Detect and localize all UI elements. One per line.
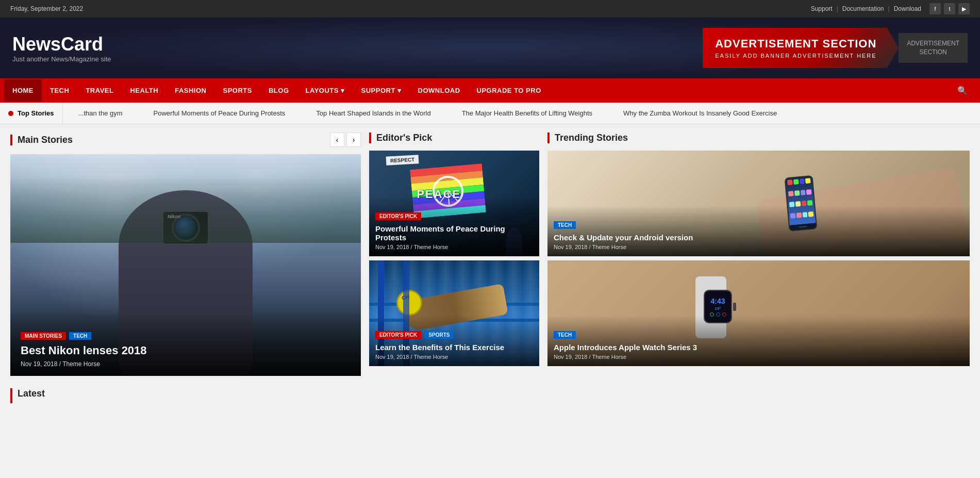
top-bar: Friday, September 2, 2022 Support | Docu…	[0, 0, 980, 18]
content-area: Main Stories ‹ › Nikon	[0, 124, 980, 384]
bottom-section-title: Latest	[10, 388, 970, 403]
editors-pick-title: Editor's Pick	[369, 133, 432, 143]
facebook-icon[interactable]: f	[929, 3, 941, 14]
pick-overlay-1: EDITOR'S PICK SPORTS Learn the Benefits …	[369, 316, 539, 366]
main-stories-section: Main Stories ‹ › Nikon	[10, 133, 361, 376]
trending-meta-0: Nov 19, 2018 / Theme Horse	[554, 244, 964, 250]
bottom-section: Latest	[0, 384, 980, 403]
trending-article-0[interactable]: TECH Check & Update your Android version…	[547, 151, 970, 256]
right-sections: Editor's Pick	[369, 133, 970, 376]
nav-tech[interactable]: TECH	[42, 79, 77, 102]
documentation-link[interactable]: Documentation	[842, 5, 884, 12]
download-link[interactable]: Download	[894, 5, 921, 12]
support-link[interactable]: Support	[811, 5, 833, 12]
ad-headline: ADVERTISEMENT SECTION	[715, 37, 878, 51]
editors-pick-article-1[interactable]: CH EDITOR'S PICK SPORTS Learn the Benefi…	[369, 260, 539, 366]
pick-tags-0: EDITOR'S PICK	[375, 212, 533, 220]
ticker-item-1: Powerful Moments of Peace During Protest…	[154, 109, 286, 117]
trending-tags-0: TECH	[554, 221, 964, 229]
trending-header: Trending Stories	[547, 133, 970, 143]
date-label: Friday, September 2, 2022	[10, 5, 83, 12]
main-article-tags: MAIN STORIES TECH	[21, 332, 351, 340]
trending-section: Trending Stories	[547, 133, 970, 376]
main-article[interactable]: Nikon MAIN STORIES TECH Best Nikon lense…	[10, 154, 361, 376]
trending-title-1: Apple Introduces Apple Watch Series 3	[554, 343, 964, 352]
tech-tag-1: TECH	[554, 331, 576, 339]
ticker-item-0: ...than the gym	[78, 109, 123, 117]
trending-article-1[interactable]: 4:43 19° TECH	[547, 260, 970, 366]
ticker-item-3: The Major Health Benefits of Lifting Wei…	[462, 109, 592, 117]
pick-meta-0: Nov 19, 2018 / Theme Horse	[375, 244, 533, 250]
sep2: |	[888, 5, 890, 12]
nav-travel[interactable]: TRAVEL	[77, 79, 122, 102]
prev-button[interactable]: ‹	[330, 133, 344, 147]
ticker-item-2: Top Heart Shaped Islands in the World	[316, 109, 430, 117]
nav-health[interactable]: HEALTH	[122, 79, 167, 102]
main-article-title: Best Nikon lenses 2018	[21, 344, 351, 357]
ad-right-text: ADVERTISEMENTSECTION	[899, 33, 968, 63]
ticker-heading: Top Stories	[18, 109, 54, 117]
ad-sub: EASILY ADD BANNER ADVERTISEMENT HERE	[715, 53, 878, 59]
pick-overlay-0: EDITOR'S PICK Powerful Moments of Peace …	[369, 197, 539, 256]
tech-tag: TECH	[69, 332, 91, 340]
main-stories-title: Main Stories	[10, 135, 73, 145]
editors-pick-tag-1: EDITOR'S PICK	[375, 331, 421, 339]
nav-upgrade[interactable]: UPGRADE TO PRO	[469, 79, 550, 102]
next-button[interactable]: ›	[346, 133, 361, 147]
main-nav: HOME TECH TRAVEL HEALTH FASHION SPORTS B…	[0, 78, 980, 103]
main-stories-header: Main Stories ‹ ›	[10, 133, 361, 147]
pick-title-0: Powerful Moments of Peace During Protest…	[375, 224, 533, 242]
news-ticker: Top Stories ...than the gym Powerful Mom…	[0, 103, 980, 124]
nav-support[interactable]: SUPPORT ▾	[353, 79, 410, 102]
nav-fashion[interactable]: FASHION	[167, 79, 214, 102]
editors-pick-article-0[interactable]: PEACE RESPECT EDITOR'S PICK Powerful Mom…	[369, 151, 539, 256]
youtube-icon[interactable]: ▶	[958, 3, 970, 14]
editors-pick-header: Editor's Pick	[369, 133, 539, 143]
trending-tags-1: TECH	[554, 331, 964, 339]
site-name: NewsCard	[12, 34, 111, 55]
ticker-label: Top Stories	[0, 103, 63, 124]
trending-overlay-0: TECH Check & Update your Android version…	[547, 206, 970, 256]
nav-download[interactable]: DOWNLOAD	[410, 79, 469, 102]
site-logo: NewsCard Just another News/Magazine site	[12, 34, 111, 63]
trending-title-0: Check & Update your Android version	[554, 233, 964, 242]
search-icon[interactable]: 🔍	[949, 78, 976, 103]
main-article-meta: Nov 19, 2018 / Theme Horse	[21, 360, 351, 368]
nav-layouts[interactable]: LAYOUTS ▾	[297, 79, 353, 102]
ticker-items: ...than the gym Powerful Moments of Peac…	[63, 109, 793, 117]
social-icons: f t ▶	[929, 3, 970, 14]
nav-blog[interactable]: BLOG	[260, 79, 297, 102]
editors-pick-tag-0: EDITOR'S PICK	[375, 212, 421, 220]
header-advertisement: ADVERTISEMENT SECTION EASILY ADD BANNER …	[703, 28, 968, 68]
tech-tag-0: TECH	[554, 221, 576, 229]
trending-title: Trending Stories	[547, 133, 628, 143]
ticker-item-4: Why the Zumba Workout Is Insanely Good E…	[623, 109, 777, 117]
trending-meta-1: Nov 19, 2018 / Theme Horse	[554, 354, 964, 360]
twitter-icon[interactable]: t	[944, 3, 955, 14]
ticker-dot	[8, 111, 13, 116]
sep1: |	[837, 5, 838, 12]
main-stories-tag: MAIN STORIES	[21, 332, 66, 340]
editors-pick-section: Editor's Pick	[369, 133, 539, 376]
pick-title-1: Learn the Benefits of This Exercise	[375, 343, 533, 352]
main-stories-nav: ‹ ›	[330, 133, 361, 147]
ad-banner: ADVERTISEMENT SECTION EASILY ADD BANNER …	[703, 28, 899, 68]
site-tagline: Just another News/Magazine site	[12, 55, 111, 63]
site-header: NewsCard Just another News/Magazine site…	[0, 18, 980, 78]
top-bar-right: Support | Documentation | Download f t ▶	[811, 3, 970, 14]
main-article-overlay: MAIN STORIES TECH Best Nikon lenses 2018…	[10, 311, 361, 376]
sports-tag-1: SPORTS	[424, 331, 454, 339]
nav-sports[interactable]: SPORTS	[215, 79, 260, 102]
trending-overlay-1: TECH Apple Introduces Apple Watch Series…	[547, 316, 970, 366]
pick-tags-1: EDITOR'S PICK SPORTS	[375, 331, 533, 339]
nav-home[interactable]: HOME	[4, 79, 42, 102]
pick-meta-1: Nov 19, 2018 / Theme Horse	[375, 354, 533, 360]
